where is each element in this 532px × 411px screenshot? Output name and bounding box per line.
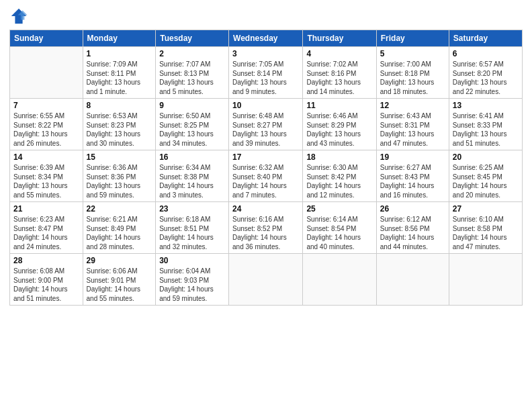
sunrise-text: Sunrise: 6:50 AM bbox=[159, 111, 225, 121]
day-number: 7 bbox=[13, 101, 79, 110]
calendar-cell: 23 Sunrise: 6:18 AM Sunset: 8:51 PM Dayl… bbox=[156, 202, 229, 254]
sunrise-text: Sunrise: 6:12 AM bbox=[380, 215, 445, 224]
cell-info: Sunrise: 6:36 AM Sunset: 8:36 PM Dayligh… bbox=[87, 163, 152, 199]
sunrise-text: Sunrise: 7:02 AM bbox=[306, 60, 372, 69]
cell-info: Sunrise: 6:30 AM Sunset: 8:42 PM Dayligh… bbox=[306, 163, 372, 199]
cell-info: Sunrise: 6:14 AM Sunset: 8:54 PM Dayligh… bbox=[306, 215, 372, 251]
sunset-text: Sunset: 9:01 PM bbox=[87, 276, 152, 285]
sunset-text: Sunset: 8:11 PM bbox=[87, 69, 152, 79]
page: SundayMondayTuesdayWednesdayThursdayFrid… bbox=[0, 0, 532, 312]
sunrise-text: Sunrise: 6:18 AM bbox=[159, 215, 225, 224]
calendar-cell: 3 Sunrise: 7:05 AM Sunset: 8:14 PM Dayli… bbox=[229, 47, 303, 99]
sunset-text: Sunset: 8:58 PM bbox=[453, 224, 519, 234]
cell-info: Sunrise: 6:04 AM Sunset: 9:03 PM Dayligh… bbox=[159, 267, 225, 303]
daylight-text: Daylight: 14 hours and 51 minutes. bbox=[13, 285, 79, 303]
daylight-text: Daylight: 13 hours and 9 minutes. bbox=[232, 78, 299, 96]
daylight-text: Daylight: 13 hours and 47 minutes. bbox=[380, 130, 445, 148]
sunset-text: Sunset: 8:20 PM bbox=[453, 69, 519, 79]
daylight-text: Daylight: 14 hours and 55 minutes. bbox=[87, 285, 152, 303]
calendar-cell: 25 Sunrise: 6:14 AM Sunset: 8:54 PM Dayl… bbox=[303, 202, 376, 254]
day-number: 22 bbox=[87, 204, 152, 214]
calendar-cell: 20 Sunrise: 6:25 AM Sunset: 8:45 PM Dayl… bbox=[449, 150, 522, 202]
sunset-text: Sunset: 8:22 PM bbox=[13, 121, 79, 130]
calendar-cell: 18 Sunrise: 6:30 AM Sunset: 8:42 PM Dayl… bbox=[303, 150, 376, 202]
logo-icon bbox=[9, 7, 28, 26]
sunrise-text: Sunrise: 6:27 AM bbox=[380, 163, 445, 173]
calendar-cell: 14 Sunrise: 6:39 AM Sunset: 8:34 PM Dayl… bbox=[10, 150, 83, 202]
sunrise-text: Sunrise: 6:21 AM bbox=[87, 215, 152, 224]
cell-info: Sunrise: 6:16 AM Sunset: 8:52 PM Dayligh… bbox=[232, 215, 299, 251]
daylight-text: Daylight: 14 hours and 32 minutes. bbox=[159, 233, 225, 251]
cell-info: Sunrise: 6:10 AM Sunset: 8:58 PM Dayligh… bbox=[453, 215, 519, 251]
calendar-cell: 22 Sunrise: 6:21 AM Sunset: 8:49 PM Dayl… bbox=[83, 202, 156, 254]
calendar-cell: 7 Sunrise: 6:55 AM Sunset: 8:22 PM Dayli… bbox=[10, 99, 83, 150]
daylight-text: Daylight: 14 hours and 20 minutes. bbox=[453, 181, 519, 199]
sunset-text: Sunset: 8:45 PM bbox=[453, 173, 519, 182]
day-number: 21 bbox=[13, 204, 79, 214]
cell-info: Sunrise: 7:05 AM Sunset: 8:14 PM Dayligh… bbox=[232, 60, 299, 96]
sunset-text: Sunset: 8:38 PM bbox=[159, 173, 225, 182]
day-number: 30 bbox=[159, 256, 225, 265]
sunrise-text: Sunrise: 6:30 AM bbox=[306, 163, 372, 173]
sunset-text: Sunset: 8:31 PM bbox=[380, 121, 445, 130]
calendar-cell: 28 Sunrise: 6:08 AM Sunset: 9:00 PM Dayl… bbox=[10, 254, 83, 306]
day-number: 1 bbox=[87, 49, 152, 58]
sunrise-text: Sunrise: 6:36 AM bbox=[87, 163, 152, 173]
daylight-text: Daylight: 13 hours and 34 minutes. bbox=[159, 130, 225, 148]
calendar-cell: 5 Sunrise: 7:00 AM Sunset: 8:18 PM Dayli… bbox=[376, 47, 449, 99]
sunset-text: Sunset: 8:54 PM bbox=[306, 224, 372, 234]
day-number: 11 bbox=[306, 101, 372, 110]
day-header-tuesday: Tuesday bbox=[156, 30, 229, 47]
sunrise-text: Sunrise: 6:04 AM bbox=[159, 267, 225, 276]
daylight-text: Daylight: 13 hours and 51 minutes. bbox=[453, 130, 519, 148]
daylight-text: Daylight: 14 hours and 3 minutes. bbox=[159, 181, 225, 199]
sunset-text: Sunset: 9:00 PM bbox=[13, 276, 79, 285]
sunset-text: Sunset: 8:25 PM bbox=[159, 121, 225, 130]
daylight-text: Daylight: 13 hours and 1 minute. bbox=[87, 78, 152, 96]
day-number: 16 bbox=[159, 152, 225, 162]
day-number: 12 bbox=[380, 101, 445, 110]
daylight-text: Daylight: 13 hours and 14 minutes. bbox=[306, 78, 372, 96]
sunset-text: Sunset: 8:14 PM bbox=[232, 69, 299, 79]
cell-info: Sunrise: 6:50 AM Sunset: 8:25 PM Dayligh… bbox=[159, 111, 225, 148]
cell-info: Sunrise: 6:06 AM Sunset: 9:01 PM Dayligh… bbox=[87, 267, 152, 303]
sunrise-text: Sunrise: 7:07 AM bbox=[159, 60, 225, 69]
sunrise-text: Sunrise: 6:34 AM bbox=[159, 163, 225, 173]
sunset-text: Sunset: 8:51 PM bbox=[159, 224, 225, 234]
sunset-text: Sunset: 8:34 PM bbox=[13, 173, 79, 182]
week-row-1: 1 Sunrise: 7:09 AM Sunset: 8:11 PM Dayli… bbox=[10, 47, 523, 99]
daylight-text: Daylight: 14 hours and 12 minutes. bbox=[306, 181, 372, 199]
day-number: 20 bbox=[453, 152, 519, 162]
sunrise-text: Sunrise: 7:00 AM bbox=[380, 60, 445, 69]
sunset-text: Sunset: 8:18 PM bbox=[380, 69, 445, 79]
sunset-text: Sunset: 8:43 PM bbox=[380, 173, 445, 182]
day-number: 26 bbox=[380, 204, 445, 214]
calendar-cell bbox=[229, 254, 303, 306]
daylight-text: Daylight: 13 hours and 22 minutes. bbox=[453, 78, 519, 96]
day-number: 17 bbox=[232, 152, 299, 162]
week-row-4: 21 Sunrise: 6:23 AM Sunset: 8:47 PM Dayl… bbox=[10, 202, 523, 254]
week-row-3: 14 Sunrise: 6:39 AM Sunset: 8:34 PM Dayl… bbox=[10, 150, 523, 202]
calendar-cell bbox=[376, 254, 449, 306]
daylight-text: Daylight: 13 hours and 39 minutes. bbox=[232, 130, 299, 148]
day-number: 23 bbox=[159, 204, 225, 214]
daylight-text: Daylight: 13 hours and 59 minutes. bbox=[87, 181, 152, 199]
sunrise-text: Sunrise: 6:10 AM bbox=[453, 215, 519, 224]
sunset-text: Sunset: 8:27 PM bbox=[232, 121, 299, 130]
day-header-friday: Friday bbox=[376, 30, 449, 47]
daylight-text: Daylight: 14 hours and 40 minutes. bbox=[306, 233, 372, 251]
daylight-text: Daylight: 13 hours and 30 minutes. bbox=[87, 130, 152, 148]
calendar-cell: 15 Sunrise: 6:36 AM Sunset: 8:36 PM Dayl… bbox=[83, 150, 156, 202]
cell-info: Sunrise: 7:02 AM Sunset: 8:16 PM Dayligh… bbox=[306, 60, 372, 96]
cell-info: Sunrise: 6:27 AM Sunset: 8:43 PM Dayligh… bbox=[380, 163, 445, 199]
sunset-text: Sunset: 8:36 PM bbox=[87, 173, 152, 182]
cell-info: Sunrise: 7:07 AM Sunset: 8:13 PM Dayligh… bbox=[159, 60, 225, 96]
daylight-text: Daylight: 13 hours and 5 minutes. bbox=[159, 78, 225, 96]
sunrise-text: Sunrise: 6:53 AM bbox=[87, 111, 152, 121]
day-number: 9 bbox=[159, 101, 225, 110]
calendar-cell: 8 Sunrise: 6:53 AM Sunset: 8:23 PM Dayli… bbox=[83, 99, 156, 150]
calendar-cell: 26 Sunrise: 6:12 AM Sunset: 8:56 PM Dayl… bbox=[376, 202, 449, 254]
daylight-text: Daylight: 14 hours and 59 minutes. bbox=[159, 285, 225, 303]
cell-info: Sunrise: 7:09 AM Sunset: 8:11 PM Dayligh… bbox=[87, 60, 152, 96]
cell-info: Sunrise: 6:12 AM Sunset: 8:56 PM Dayligh… bbox=[380, 215, 445, 251]
